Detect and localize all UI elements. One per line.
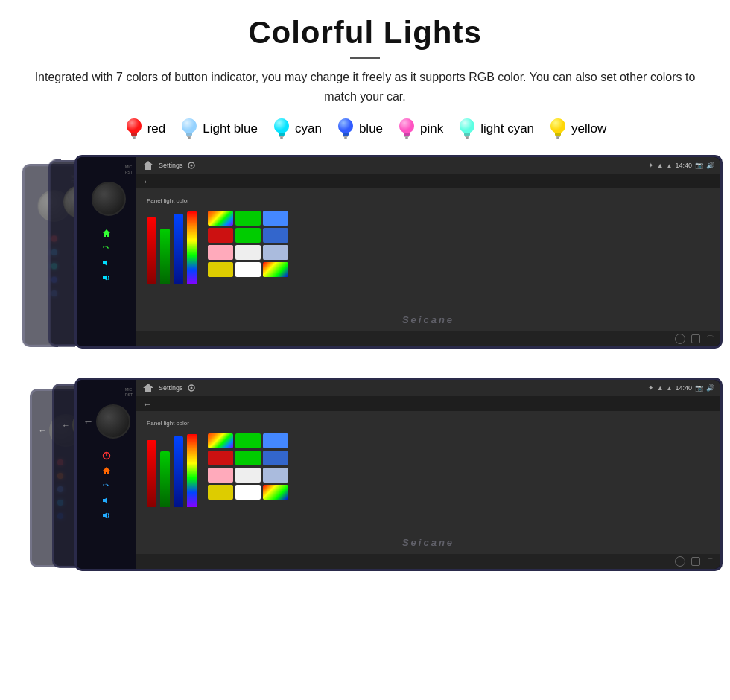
svg-rect-28 — [465, 136, 469, 137]
home-icon — [102, 229, 111, 238]
bar-green — [160, 229, 170, 284]
swatch-bot-green2 — [235, 451, 261, 465]
screen-nav: ← — [136, 174, 720, 188]
panel-row-bot3: ← — [83, 404, 130, 439]
vol-up-icon — [102, 273, 111, 282]
swatch-bot-blue2 — [263, 451, 288, 465]
back-arrow-btn[interactable]: ← — [142, 176, 152, 187]
description-text: Integrated with 7 colors of button indic… — [30, 68, 700, 106]
svg-rect-34 — [556, 137, 559, 139]
page-container: Colorful Lights Integrated with 7 colors… — [0, 0, 730, 597]
bar-blue-bot — [174, 436, 183, 507]
svg-marker-44 — [103, 497, 107, 503]
nav-back-btn-bot[interactable]: ⌒ — [706, 556, 714, 567]
screen-content-bot: Panel light color — [136, 411, 720, 554]
screen-bottom-nav: ⌒ — [136, 331, 720, 346]
knob-bot-3 — [96, 404, 130, 439]
color-item-lightcyan: light cyan — [457, 116, 534, 141]
side-icons-bot-3 — [102, 451, 111, 520]
swatch-bot-red — [208, 451, 233, 465]
swatch-bot-blue — [263, 433, 288, 448]
swatch-bot-yellow — [208, 485, 233, 500]
color-label-yellow: yellow — [571, 121, 606, 136]
device-stack-top: MICRST Seicane — [30, 155, 700, 360]
svg-rect-23 — [404, 136, 409, 137]
swatch-rainbow2 — [263, 262, 288, 277]
nav-circle-btn-bot[interactable] — [675, 556, 685, 567]
lightblue-bulb-icon — [179, 116, 200, 141]
svg-rect-24 — [405, 137, 408, 139]
svg-rect-17 — [343, 133, 349, 136]
svg-rect-29 — [466, 137, 469, 139]
time-display: 14:40 — [675, 162, 692, 169]
screen-bottom-nav-bot: ⌒ — [136, 554, 720, 569]
nav-back-btn[interactable]: ⌒ — [706, 334, 714, 345]
svg-point-11 — [274, 118, 289, 133]
camera-icon-bot: 📷 — [695, 384, 703, 392]
svg-rect-33 — [556, 136, 560, 137]
cyan-bulb-icon — [271, 116, 292, 141]
swatch-yellow — [208, 262, 233, 277]
nav-square-btn-bot[interactable] — [691, 557, 700, 566]
svg-rect-3 — [132, 136, 136, 137]
bluetooth-icon: ✦ — [648, 162, 654, 169]
arrow-btn-bot[interactable]: ← — [83, 416, 94, 427]
swatch-bot-white2 — [235, 485, 261, 500]
svg-rect-9 — [188, 137, 191, 139]
screen-statusbar-bot: Settings ✦ ▲ ▲ 14:40 📷 🔊 — [136, 380, 720, 396]
undo-icon — [102, 244, 111, 252]
svg-point-1 — [127, 118, 142, 133]
svg-rect-18 — [343, 136, 348, 137]
svg-rect-13 — [279, 136, 284, 137]
device-stack-bottom: MICRST ← — [30, 378, 700, 582]
device-group-bottom: MICRST ← — [30, 378, 700, 582]
yellow-bulb-icon — [548, 116, 568, 141]
color-label-cyan: cyan — [295, 121, 322, 136]
screen-nav-bot: ← — [136, 396, 720, 411]
svg-rect-4 — [133, 137, 136, 139]
color-item-blue: blue — [335, 116, 383, 141]
color-bars-bot — [147, 433, 197, 507]
home-status-icon-bot — [142, 383, 154, 393]
side-icons-3 — [102, 229, 111, 282]
seicane-watermark-bot: Seicane — [402, 537, 454, 548]
panel-light-section-bot: Panel light color — [147, 420, 197, 545]
bluetooth-icon-bot: ✦ — [648, 384, 654, 392]
svg-marker-38 — [143, 161, 153, 170]
svg-rect-32 — [555, 133, 561, 136]
bar-red — [147, 217, 156, 284]
back-icon-bot — [102, 481, 111, 490]
svg-marker-37 — [103, 275, 107, 281]
lightcyan-bulb-icon — [457, 116, 477, 141]
svg-marker-35 — [103, 229, 110, 237]
swatch-white2 — [235, 262, 261, 277]
page-title: Colorful Lights — [22, 15, 708, 51]
device-group-top: MICRST Seicane — [30, 155, 700, 360]
nav-circle-btn[interactable] — [675, 334, 685, 344]
swatch-rainbow — [208, 211, 233, 226]
back-arrow-btn-bot[interactable]: ← — [142, 398, 152, 410]
bar-green-bot — [160, 451, 170, 507]
screen-content: Panel light color — [136, 188, 720, 331]
settings-icon-bot — [188, 384, 195, 392]
home-icon-bot — [102, 466, 111, 475]
color-indicators-row: red Light blue cyan — [22, 116, 708, 141]
svg-rect-14 — [280, 137, 283, 139]
device-card-top-3: MICRST - — [74, 155, 723, 349]
color-item-cyan: cyan — [271, 116, 322, 141]
screen-statusbar: Settings ✦ ▲ ▲ 14:40 📷 🔊 — [136, 157, 720, 174]
svg-marker-36 — [103, 260, 107, 266]
svg-marker-43 — [103, 467, 110, 474]
nav-square-btn[interactable] — [691, 334, 700, 343]
statusbar-left-bot: Settings — [142, 383, 195, 393]
statusbar-left: Settings — [142, 160, 195, 171]
color-item-pink: pink — [396, 116, 443, 141]
vol-icon-bot: 🔊 — [706, 384, 714, 392]
bar-blue — [174, 214, 183, 284]
statusbar-right: ✦ ▲ ▲ 14:40 📷 🔊 — [648, 162, 714, 169]
swatch-white — [235, 245, 261, 260]
power-icon — [102, 451, 111, 460]
swatch-bot-rainbow2 — [263, 485, 288, 500]
device-screen-3: Settings ✦ ▲ ▲ 14:40 📷 🔊 — [136, 157, 720, 346]
swatch-bot-pink — [208, 468, 233, 483]
